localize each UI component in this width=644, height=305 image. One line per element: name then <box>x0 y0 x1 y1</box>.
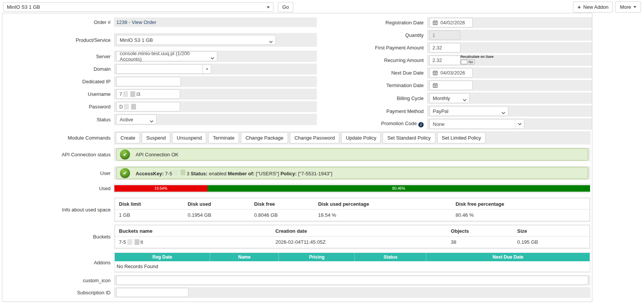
set-limited-policy-button[interactable]: Set Limited Policy <box>437 132 486 143</box>
update-policy-button[interactable]: Update Policy <box>341 132 381 143</box>
service-selector-value: MinIO S3 1 GB <box>7 4 40 10</box>
product-service-select[interactable]: MinIO S3 1 GB <box>116 35 276 45</box>
chevron-down-icon <box>269 39 273 44</box>
payment-method-select[interactable]: PayPal <box>429 106 508 116</box>
dedicated-ip-label: Dedicated IP <box>2 79 114 84</box>
used-row: Used 19.54% 80.46% <box>2 183 592 194</box>
promotion-code-row: Promotion Codei None <box>317 118 592 130</box>
redaction-box <box>131 104 136 110</box>
service-details-panel: Order # 1238 - View Order Product/Servic… <box>2 13 592 302</box>
go-button[interactable]: Go <box>278 2 293 12</box>
column-header: Objects <box>447 226 514 237</box>
buckets-table: Buckets name Creation date Objects Size … <box>115 225 590 248</box>
bucket-name-value: 7-5 lt <box>115 237 272 248</box>
dedicated-ip-input[interactable] <box>116 77 181 86</box>
recalculate-label: Recalculate on Save <box>460 55 495 59</box>
status-value: Active <box>120 117 133 122</box>
info-icon[interactable]: i <box>418 122 424 127</box>
change-password-button[interactable]: Change Password <box>290 132 339 143</box>
quantity-row: Quantity <box>317 30 592 41</box>
chevron-down-icon <box>502 110 505 116</box>
username-label: Username <box>2 91 114 97</box>
status-select[interactable]: Active <box>116 114 157 124</box>
caret-down-icon <box>206 68 208 70</box>
next-due-date-input[interactable]: 04/03/2026 <box>429 68 473 78</box>
username-row: Username 7 l3 <box>2 89 317 100</box>
column-header: Disk free <box>250 199 314 210</box>
domain-row: Domain <box>2 64 317 75</box>
server-label: Server <box>2 54 114 59</box>
suspend-button[interactable]: Suspend <box>142 132 170 143</box>
column-header: Name <box>210 253 278 261</box>
recalculate-toggle[interactable]: No <box>460 59 475 65</box>
bucket-name-suffix: lt <box>141 239 143 245</box>
unsuspend-button[interactable]: Unsuspend <box>172 132 206 143</box>
chevron-down-icon <box>463 97 467 103</box>
registration-date-input[interactable]: 04/02/2026 <box>429 18 473 27</box>
create-button[interactable]: Create <box>116 132 140 143</box>
custom-icon-input[interactable] <box>116 276 588 285</box>
user-status-alert: ✔ AccessKey: 7-53 Status: enabled Member… <box>116 167 588 179</box>
set-standard-policy-button[interactable]: Set Standard Policy <box>383 132 435 143</box>
member-of-value: ["USERS"] <box>256 171 279 176</box>
termination-date-row: Termination Date <box>317 80 592 91</box>
registration-date-label: Registration Date <box>317 20 427 25</box>
promotion-code-label-wrap: Promotion Codei <box>317 121 427 127</box>
member-of-label: Member of: <box>228 171 255 176</box>
user-status-value: enabled <box>209 171 226 176</box>
addons-table: Reg Date Name Pricing Status Next Due Da… <box>115 253 590 272</box>
column-header: Size <box>513 226 589 237</box>
module-commands-row: Module Commands Create Suspend Unsuspend… <box>2 131 592 145</box>
api-status-alert: ✔ API Connection OK <box>116 148 588 160</box>
termination-date-input[interactable] <box>429 81 473 90</box>
new-addon-button[interactable]: + New Addon <box>573 2 613 13</box>
password-value-prefix: D <box>119 104 123 110</box>
password-input[interactable]: D <box>116 102 180 111</box>
chevron-down-icon <box>515 119 524 129</box>
registration-date-row: Registration Date 04/02/2026 <box>317 17 592 28</box>
calendar-icon <box>433 83 438 88</box>
status-label: Status <box>2 117 114 122</box>
disk-limit-value: 1 GB <box>115 210 184 221</box>
payment-method-row: Payment Method PayPal <box>317 105 592 117</box>
recurring-amount-input[interactable] <box>429 56 460 65</box>
terminate-button[interactable]: Terminate <box>208 132 239 143</box>
addons-row: Addons Reg Date Name Pricing Status Next… <box>2 252 592 273</box>
service-selector-dropdown[interactable]: MinIO S3 1 GB <box>3 2 274 12</box>
change-package-button[interactable]: Change Package <box>241 132 288 143</box>
free-segment: 80.46% <box>207 185 590 192</box>
server-select[interactable]: console.minio-test.uuq.pl (1/200 Account… <box>116 51 217 61</box>
redaction-box <box>127 239 132 245</box>
accesskey-suffix: 3 <box>187 171 189 176</box>
username-input[interactable]: 7 l3 <box>116 89 180 99</box>
column-header: Reg Date <box>115 253 210 261</box>
column-header: Disk free percentage <box>452 199 589 210</box>
redaction-box <box>123 91 128 97</box>
caret-down-icon <box>633 6 636 8</box>
password-label: Password <box>2 104 114 110</box>
promotion-code-select[interactable]: None <box>429 119 524 129</box>
more-button[interactable]: More <box>615 2 641 13</box>
recalculate-on-save: Recalculate on Save No <box>460 55 495 65</box>
order-row: Order # 1238 - View Order <box>2 17 317 27</box>
order-link[interactable]: 1238 - View Order <box>116 19 156 25</box>
server-row: Server console.minio-test.uuq.pl (1/200 … <box>2 51 317 62</box>
toggle-knob <box>461 60 467 64</box>
promotion-code-label: Promotion Code <box>381 121 417 126</box>
subscription-id-label: Subscription ID <box>2 290 114 295</box>
next-due-date-label: Next Due Date <box>317 70 427 76</box>
next-due-date-row: Next Due Date 04/03/2026 <box>317 67 592 78</box>
domain-input[interactable] <box>116 64 203 74</box>
caret-down-icon <box>267 6 270 8</box>
api-status-message: API Connection OK <box>136 152 179 157</box>
next-due-date-value: 04/03/2026 <box>440 70 465 76</box>
billing-cycle-value: Monthly <box>433 95 450 101</box>
billing-cycle-select[interactable]: Monthly <box>429 93 470 103</box>
subscription-id-input[interactable] <box>116 288 188 297</box>
password-row: Password D <box>2 101 317 112</box>
domain-dropdown-button[interactable] <box>203 64 211 74</box>
column-header: Creation date <box>272 226 447 237</box>
table-header-row: Reg Date Name Pricing Status Next Due Da… <box>115 253 590 261</box>
policy-value: ["7-5531-1943"] <box>298 171 332 176</box>
first-payment-amount-input[interactable] <box>429 43 460 52</box>
